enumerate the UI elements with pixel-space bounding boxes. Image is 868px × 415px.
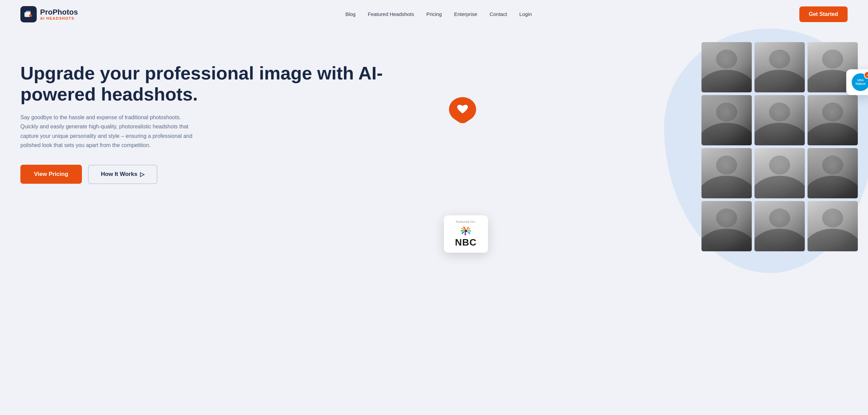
headshot-portrait-6 xyxy=(808,95,858,145)
svg-rect-1 xyxy=(26,11,31,14)
usa-today-line1: USA xyxy=(857,78,864,82)
navbar: ProPhotos AI HEADSHOTS Blog Featured Hea… xyxy=(0,0,868,29)
hero-title: Upgrade your professional image with AI-… xyxy=(20,62,437,105)
headshot-cell-7 xyxy=(701,148,752,198)
nbc-logo-text: NBC xyxy=(450,237,482,248)
headshot-cell-8 xyxy=(754,148,805,198)
usa-today-badge: USA TODAY ✓ xyxy=(846,69,868,95)
heart-chat-bubble xyxy=(447,96,478,127)
logo-text: ProPhotos AI HEADSHOTS xyxy=(40,8,78,20)
headshot-portrait-7 xyxy=(701,148,752,198)
headshot-cell-12 xyxy=(808,201,858,251)
svg-point-2 xyxy=(29,14,32,17)
nav-item-contact[interactable]: Contact xyxy=(489,11,507,17)
hero-description: Say goodbye to the hassle and expense of… xyxy=(20,113,197,150)
hero-visual: Featured On: NBC xyxy=(451,42,848,280)
nbc-badge: Featured On: NBC xyxy=(444,215,488,253)
nav-item-enterprise[interactable]: Enterprise xyxy=(454,11,477,17)
svg-point-4 xyxy=(465,230,467,232)
nbc-featured-label: Featured On: xyxy=(450,220,482,223)
play-icon: ▷ xyxy=(140,171,144,178)
nav-item-login[interactable]: Login xyxy=(519,11,532,17)
get-started-button[interactable]: Get Started xyxy=(799,6,848,22)
headshot-cell-11 xyxy=(754,201,805,251)
headshot-portrait-12 xyxy=(808,201,858,251)
usa-today-wrapper: USA TODAY ✓ xyxy=(852,73,868,91)
hero-content: Upgrade your professional image with AI-… xyxy=(20,42,451,184)
nav-item-blog[interactable]: Blog xyxy=(345,11,355,17)
hero-section: Upgrade your professional image with AI-… xyxy=(0,29,868,414)
brand-tagline: AI HEADSHOTS xyxy=(40,16,78,20)
usa-today-line2: TODAY xyxy=(855,82,866,86)
headshot-cell-9 xyxy=(808,148,858,198)
headshot-cell-4 xyxy=(701,95,752,145)
logo[interactable]: ProPhotos AI HEADSHOTS xyxy=(20,6,78,22)
headshot-portrait-5 xyxy=(754,95,805,145)
view-pricing-button[interactable]: View Pricing xyxy=(20,165,82,184)
headshot-grid xyxy=(701,42,858,251)
nav-item-pricing[interactable]: Pricing xyxy=(426,11,442,17)
logo-icon xyxy=(20,6,37,22)
brand-name: ProPhotos xyxy=(40,8,78,16)
nav-item-featured[interactable]: Featured Headshots xyxy=(368,11,414,17)
headshot-cell-6 xyxy=(808,95,858,145)
nav-links: Blog Featured Headshots Pricing Enterpri… xyxy=(345,11,532,17)
headshot-portrait-9 xyxy=(808,148,858,198)
headshot-cell-10 xyxy=(701,201,752,251)
how-it-works-button[interactable]: How It Works ▷ xyxy=(88,165,157,184)
headshot-cell-5 xyxy=(754,95,805,145)
headshot-cell-1 xyxy=(701,42,752,92)
headshot-portrait-2 xyxy=(754,42,805,92)
headshot-portrait-10 xyxy=(701,201,752,251)
headshot-portrait-8 xyxy=(754,148,805,198)
headshot-cell-2 xyxy=(754,42,805,92)
headshot-portrait-1 xyxy=(701,42,752,92)
how-it-works-label: How It Works xyxy=(101,171,137,178)
headshot-portrait-4 xyxy=(701,95,752,145)
headshot-portrait-11 xyxy=(754,201,805,251)
nbc-peacock-logo xyxy=(450,225,482,236)
hero-buttons: View Pricing How It Works ▷ xyxy=(20,165,437,184)
